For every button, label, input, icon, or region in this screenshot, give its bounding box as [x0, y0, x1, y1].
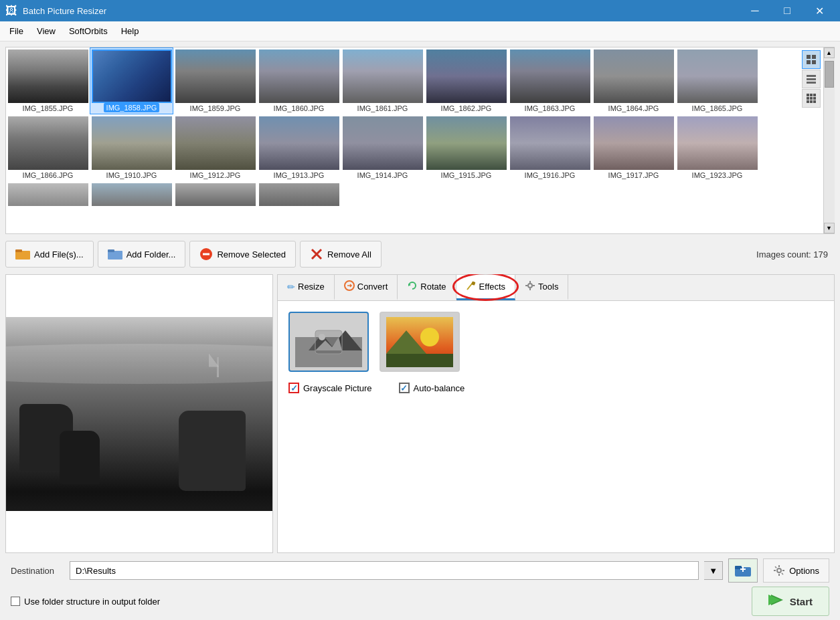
thumb-row3-2[interactable] — [90, 181, 173, 208]
add-files-button[interactable]: Add File(s)... — [5, 241, 94, 268]
menu-view[interactable]: View — [30, 23, 62, 39]
thumb-label-1860: IMG_1860.JPG — [274, 103, 325, 112]
large-thumb-view-btn[interactable] — [802, 50, 821, 69]
grayscale-label: Grayscale Picture — [303, 383, 372, 393]
thumb-img-1855[interactable]: IMG_1855.JPG — [6, 47, 90, 114]
thumb-label-1910: IMG_1910.JPG — [106, 170, 157, 179]
svg-point-41 — [420, 328, 439, 346]
thumb-img-1914[interactable]: IMG_1914.JPG — [341, 114, 424, 181]
remove-all-button[interactable]: Remove All — [300, 241, 382, 268]
thumb-img-1923[interactable]: IMG_1923.JPG — [675, 114, 759, 181]
tab-tools-label: Tools — [538, 282, 558, 292]
grayscale-checkmark: ✓ — [290, 383, 298, 393]
thumb-img-1860[interactable]: IMG_1860.JPG — [257, 47, 341, 114]
list-view-btn[interactable] — [802, 70, 821, 88]
grayscale-preview-box[interactable] — [288, 312, 369, 372]
svg-rect-8 — [810, 94, 813, 96]
autobalance-label: Auto-balance — [414, 383, 465, 393]
rotate-tab-icon — [407, 280, 418, 293]
tab-effects[interactable]: Effects — [456, 275, 516, 300]
grid-view-btn[interactable] — [802, 89, 821, 108]
thumb-row3-1[interactable] — [6, 181, 90, 208]
tab-tools[interactable]: Tools — [515, 275, 568, 300]
destination-input[interactable] — [70, 561, 699, 580]
thumb-img-1910[interactable]: IMG_1910.JPG — [90, 114, 173, 181]
svg-rect-2 — [807, 60, 811, 64]
scroll-thumb[interactable] — [825, 61, 834, 88]
thumb-img-1866[interactable]: IMG_1866.JPG — [6, 114, 90, 181]
thumb-label-1923: IMG_1923.JPG — [692, 170, 743, 179]
tab-convert[interactable]: Convert — [335, 275, 398, 300]
add-folder-button[interactable]: Add Folder... — [98, 241, 186, 268]
thumb-img-1861[interactable]: IMG_1861.JPG — [341, 47, 424, 114]
thumb-label-1916: IMG_1916.JPG — [525, 170, 576, 179]
effects-options: ✓ Grayscale Picture ✓ Auto-balance — [288, 383, 823, 393]
tab-rotate[interactable]: Rotate — [398, 275, 456, 300]
resize-tab-icon: ✏ — [287, 282, 295, 292]
scroll-down-btn[interactable]: ▼ — [824, 223, 835, 233]
thumb-label-1862: IMG_1862.JPG — [441, 103, 492, 112]
autobalance-checkbox[interactable]: ✓ — [399, 383, 410, 393]
close-button[interactable]: ✕ — [804, 0, 835, 21]
tab-resize-label: Resize — [298, 282, 325, 292]
thumb-img-1862[interactable]: IMG_1862.JPG — [424, 47, 508, 114]
menu-softorbits[interactable]: SoftOrbits — [62, 23, 114, 39]
svg-rect-3 — [812, 60, 816, 64]
add-files-label: Add File(s)... — [34, 249, 84, 260]
thumb-img-1916[interactable]: IMG_1916.JPG — [508, 114, 592, 181]
app-icon: 🖼 — [5, 4, 17, 18]
grayscale-checkbox[interactable]: ✓ — [288, 383, 299, 393]
thumb-img-1863[interactable]: IMG_1863.JPG — [508, 47, 592, 114]
start-label: Start — [790, 596, 813, 607]
preview-image — [6, 317, 272, 511]
svg-rect-27 — [471, 281, 475, 285]
grid-scrollbar[interactable]: ▲ ▼ — [823, 47, 834, 233]
svg-point-28 — [528, 284, 532, 288]
svg-rect-6 — [807, 82, 816, 84]
remove-selected-button[interactable]: Remove Selected — [189, 241, 296, 268]
app-title: Batch Picture Resizer — [23, 6, 106, 16]
minimize-button[interactable]: ─ — [740, 0, 770, 21]
thumb-img-1912[interactable]: IMG_1912.JPG — [173, 114, 257, 181]
thumb-row3-3[interactable] — [173, 181, 257, 208]
destination-folder-btn[interactable] — [728, 558, 758, 583]
thumb-img-1858[interactable]: IMG_1858.JPG — [90, 47, 173, 114]
thumb-img-1859[interactable]: IMG_1859.JPG — [173, 47, 257, 114]
scroll-track — [824, 58, 835, 223]
thumb-img-1915[interactable]: IMG_1915.JPG — [424, 114, 508, 181]
autobalance-checkbox-group: ✓ Auto-balance — [399, 383, 465, 393]
svg-rect-13 — [807, 100, 809, 103]
title-bar: 🖼 Batch Picture Resizer ─ □ ✕ — [0, 0, 840, 21]
main-container: IMG_1855.JPG IMG_1858.JPG IMG_1859.JPG I… — [0, 41, 840, 620]
svg-rect-7 — [807, 94, 809, 96]
thumb-img-1917[interactable]: IMG_1917.JPG — [592, 114, 675, 181]
destination-dropdown-btn[interactable]: ▼ — [704, 561, 723, 580]
svg-rect-15 — [813, 100, 816, 103]
effects-tab-icon — [466, 280, 477, 293]
thumb-img-1913[interactable]: IMG_1913.JPG — [257, 114, 341, 181]
bottom-panel: ✏ Resize Convert Rotate — [5, 274, 835, 553]
thumb-row3-4[interactable] — [257, 181, 341, 208]
thumb-label-1917: IMG_1917.JPG — [608, 170, 659, 179]
options-label: Options — [789, 566, 819, 576]
use-folder-checkbox[interactable] — [11, 597, 20, 606]
thumb-img-1865[interactable]: IMG_1865.JPG — [675, 47, 759, 114]
options-button[interactable]: Options — [763, 558, 829, 583]
maximize-button[interactable]: □ — [772, 0, 803, 21]
tab-resize[interactable]: ✏ Resize — [278, 275, 335, 300]
bottom-controls: Use folder structure in output folder St… — [5, 588, 835, 615]
convert-tab-icon — [344, 280, 355, 293]
start-button[interactable]: Start — [752, 587, 829, 616]
menu-file[interactable]: File — [3, 23, 30, 39]
remove-all-icon — [310, 247, 323, 261]
tab-rotate-label: Rotate — [420, 282, 446, 292]
tab-effects-label: Effects — [479, 282, 506, 292]
autobalance-preview-box[interactable] — [380, 312, 460, 372]
scroll-up-btn[interactable]: ▲ — [824, 47, 835, 58]
thumb-label-1915: IMG_1915.JPG — [441, 170, 492, 179]
tools-tab-icon — [525, 280, 535, 293]
svg-rect-12 — [813, 97, 816, 100]
thumb-img-1864[interactable]: IMG_1864.JPG — [592, 47, 675, 114]
add-folder-label: Add Folder... — [127, 249, 176, 260]
menu-help[interactable]: Help — [114, 23, 146, 39]
